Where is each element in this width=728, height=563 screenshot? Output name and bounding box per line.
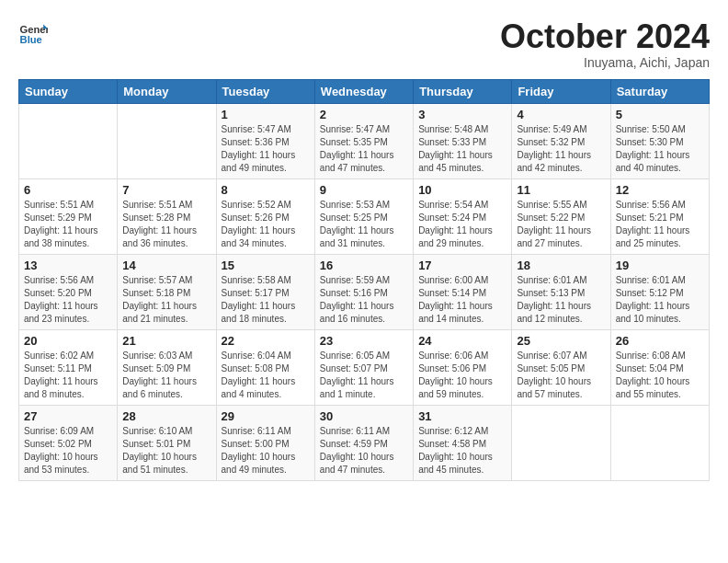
day-info: Sunrise: 6:06 AMSunset: 5:06 PMDaylight:… [418, 350, 506, 401]
day-info: Sunrise: 6:08 AMSunset: 5:04 PMDaylight:… [616, 350, 704, 401]
location-subtitle: Inuyama, Aichi, Japan [500, 55, 710, 70]
day-info: Sunrise: 5:56 AMSunset: 5:21 PMDaylight:… [616, 199, 704, 250]
day-number: 27 [24, 409, 112, 423]
day-number: 5 [616, 108, 704, 121]
day-info: Sunrise: 5:49 AMSunset: 5:32 PMDaylight:… [517, 123, 605, 175]
calendar-cell: 5Sunrise: 5:50 AMSunset: 5:30 PMDaylight… [610, 103, 709, 178]
calendar-week-row: 13Sunrise: 5:56 AMSunset: 5:20 PMDayligh… [19, 254, 710, 329]
calendar-cell: 13Sunrise: 5:56 AMSunset: 5:20 PMDayligh… [19, 254, 118, 329]
calendar-week-row: 27Sunrise: 6:09 AMSunset: 5:02 PMDayligh… [19, 405, 710, 480]
day-number: 24 [418, 334, 506, 348]
day-number: 15 [222, 259, 310, 272]
calendar-cell: 10Sunrise: 5:54 AMSunset: 5:24 PMDayligh… [414, 178, 512, 254]
day-info: Sunrise: 6:11 AMSunset: 5:00 PMDaylight:… [222, 425, 310, 477]
weekday-header: Wednesday [314, 79, 413, 103]
day-number: 17 [418, 259, 506, 272]
calendar-cell: 21Sunrise: 6:03 AMSunset: 5:09 PMDayligh… [118, 329, 216, 405]
day-info: Sunrise: 5:57 AMSunset: 5:18 PMDaylight:… [122, 274, 210, 326]
day-info: Sunrise: 6:02 AMSunset: 5:11 PMDaylight:… [24, 350, 112, 401]
day-number: 4 [517, 108, 605, 121]
day-number: 18 [517, 259, 605, 272]
day-info: Sunrise: 5:54 AMSunset: 5:24 PMDaylight:… [418, 199, 506, 250]
calendar-cell: 15Sunrise: 5:58 AMSunset: 5:17 PMDayligh… [216, 254, 314, 329]
day-info: Sunrise: 6:11 AMSunset: 4:59 PMDaylight:… [320, 425, 408, 477]
day-number: 14 [122, 259, 210, 272]
day-number: 19 [616, 259, 704, 272]
day-number: 11 [517, 183, 605, 197]
calendar-cell: 31Sunrise: 6:12 AMSunset: 4:58 PMDayligh… [414, 405, 512, 480]
weekday-header: Friday [512, 79, 610, 103]
calendar-cell: 2Sunrise: 5:47 AMSunset: 5:35 PMDaylight… [314, 103, 413, 178]
calendar-week-row: 20Sunrise: 6:02 AMSunset: 5:11 PMDayligh… [19, 329, 710, 405]
day-number: 9 [320, 183, 408, 197]
day-info: Sunrise: 6:05 AMSunset: 5:07 PMDaylight:… [320, 350, 408, 401]
svg-text:Blue: Blue [20, 34, 42, 45]
day-number: 16 [320, 259, 408, 272]
day-number: 20 [24, 334, 112, 348]
day-number: 29 [222, 409, 310, 423]
day-info: Sunrise: 6:12 AMSunset: 4:58 PMDaylight:… [418, 425, 506, 477]
day-number: 12 [616, 183, 704, 197]
calendar-cell: 14Sunrise: 5:57 AMSunset: 5:18 PMDayligh… [118, 254, 216, 329]
calendar-cell [610, 405, 709, 480]
calendar-cell: 11Sunrise: 5:55 AMSunset: 5:22 PMDayligh… [512, 178, 610, 254]
weekday-header: Saturday [610, 79, 709, 103]
calendar-cell: 4Sunrise: 5:49 AMSunset: 5:32 PMDaylight… [512, 103, 610, 178]
calendar-cell: 18Sunrise: 6:01 AMSunset: 5:13 PMDayligh… [512, 254, 610, 329]
day-number: 21 [122, 334, 210, 348]
calendar-cell: 1Sunrise: 5:47 AMSunset: 5:36 PMDaylight… [216, 103, 314, 178]
day-number: 31 [418, 409, 506, 423]
day-number: 8 [222, 183, 310, 197]
day-info: Sunrise: 5:51 AMSunset: 5:29 PMDaylight:… [24, 199, 112, 250]
calendar-cell [512, 405, 610, 480]
calendar-cell: 29Sunrise: 6:11 AMSunset: 5:00 PMDayligh… [216, 405, 314, 480]
day-number: 26 [616, 334, 704, 348]
day-info: Sunrise: 6:09 AMSunset: 5:02 PMDaylight:… [24, 425, 112, 477]
day-info: Sunrise: 6:10 AMSunset: 5:01 PMDaylight:… [122, 425, 210, 477]
calendar-cell: 22Sunrise: 6:04 AMSunset: 5:08 PMDayligh… [216, 329, 314, 405]
calendar-cell: 7Sunrise: 5:51 AMSunset: 5:28 PMDaylight… [118, 178, 216, 254]
day-info: Sunrise: 6:07 AMSunset: 5:05 PMDaylight:… [517, 350, 605, 401]
calendar-week-row: 1Sunrise: 5:47 AMSunset: 5:36 PMDaylight… [19, 103, 710, 178]
calendar-cell: 24Sunrise: 6:06 AMSunset: 5:06 PMDayligh… [414, 329, 512, 405]
calendar-cell: 3Sunrise: 5:48 AMSunset: 5:33 PMDaylight… [414, 103, 512, 178]
calendar-cell: 25Sunrise: 6:07 AMSunset: 5:05 PMDayligh… [512, 329, 610, 405]
day-number: 2 [320, 108, 408, 121]
day-info: Sunrise: 6:04 AMSunset: 5:08 PMDaylight:… [222, 350, 310, 401]
day-number: 7 [122, 183, 210, 197]
calendar-cell: 16Sunrise: 5:59 AMSunset: 5:16 PMDayligh… [314, 254, 413, 329]
calendar-cell: 12Sunrise: 5:56 AMSunset: 5:21 PMDayligh… [610, 178, 709, 254]
title-block: October 2024 Inuyama, Aichi, Japan [500, 18, 710, 70]
day-info: Sunrise: 5:55 AMSunset: 5:22 PMDaylight:… [517, 199, 605, 250]
page-header: General Blue October 2024 Inuyama, Aichi… [18, 18, 710, 70]
day-info: Sunrise: 5:59 AMSunset: 5:16 PMDaylight:… [320, 274, 408, 326]
month-year-title: October 2024 [500, 18, 710, 55]
day-info: Sunrise: 6:01 AMSunset: 5:12 PMDaylight:… [616, 274, 704, 326]
logo: General Blue [18, 18, 48, 48]
calendar-table: SundayMondayTuesdayWednesdayThursdayFrid… [18, 79, 710, 481]
calendar-cell [19, 103, 118, 178]
calendar-cell [118, 103, 216, 178]
calendar-cell: 6Sunrise: 5:51 AMSunset: 5:29 PMDaylight… [19, 178, 118, 254]
day-number: 13 [24, 259, 112, 272]
calendar-cell: 26Sunrise: 6:08 AMSunset: 5:04 PMDayligh… [610, 329, 709, 405]
day-number: 1 [222, 108, 310, 121]
calendar-cell: 23Sunrise: 6:05 AMSunset: 5:07 PMDayligh… [314, 329, 413, 405]
day-number: 6 [24, 183, 112, 197]
calendar-cell: 20Sunrise: 6:02 AMSunset: 5:11 PMDayligh… [19, 329, 118, 405]
day-number: 30 [320, 409, 408, 423]
weekday-header-row: SundayMondayTuesdayWednesdayThursdayFrid… [19, 79, 710, 103]
day-info: Sunrise: 5:50 AMSunset: 5:30 PMDaylight:… [616, 123, 704, 175]
weekday-header: Monday [118, 79, 216, 103]
weekday-header: Tuesday [216, 79, 314, 103]
calendar-cell: 28Sunrise: 6:10 AMSunset: 5:01 PMDayligh… [118, 405, 216, 480]
day-number: 22 [222, 334, 310, 348]
day-info: Sunrise: 5:52 AMSunset: 5:26 PMDaylight:… [222, 199, 310, 250]
calendar-cell: 30Sunrise: 6:11 AMSunset: 4:59 PMDayligh… [314, 405, 413, 480]
calendar-cell: 17Sunrise: 6:00 AMSunset: 5:14 PMDayligh… [414, 254, 512, 329]
day-info: Sunrise: 5:58 AMSunset: 5:17 PMDaylight:… [222, 274, 310, 326]
day-number: 3 [418, 108, 506, 121]
day-number: 23 [320, 334, 408, 348]
calendar-cell: 9Sunrise: 5:53 AMSunset: 5:25 PMDaylight… [314, 178, 413, 254]
calendar-week-row: 6Sunrise: 5:51 AMSunset: 5:29 PMDaylight… [19, 178, 710, 254]
